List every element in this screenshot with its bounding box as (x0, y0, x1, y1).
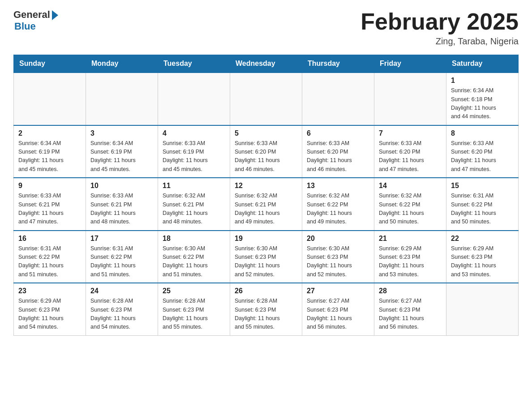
day-info: Sunrise: 6:28 AM Sunset: 6:23 PM Dayligh… (90, 297, 153, 332)
calendar-cell (302, 73, 374, 125)
day-info: Sunrise: 6:33 AM Sunset: 6:20 PM Dayligh… (235, 139, 297, 174)
day-number: 20 (307, 235, 369, 243)
day-info: Sunrise: 6:30 AM Sunset: 6:22 PM Dayligh… (163, 244, 225, 279)
day-number: 26 (235, 287, 297, 295)
day-header-saturday: Saturday (446, 55, 519, 73)
calendar-cell: 13Sunrise: 6:32 AM Sunset: 6:22 PM Dayli… (302, 178, 374, 231)
month-title: February 2025 (360, 9, 519, 34)
day-number: 2 (18, 129, 81, 137)
calendar-cell: 14Sunrise: 6:32 AM Sunset: 6:22 PM Dayli… (374, 178, 446, 231)
day-info: Sunrise: 6:31 AM Sunset: 6:22 PM Dayligh… (18, 244, 81, 279)
day-number: 3 (90, 129, 153, 137)
day-number: 11 (163, 182, 225, 190)
day-number: 9 (18, 182, 81, 190)
day-number: 6 (307, 129, 369, 137)
calendar-header-row: SundayMondayTuesdayWednesdayThursdayFrid… (14, 55, 519, 73)
day-number: 21 (379, 235, 442, 243)
calendar-cell: 6Sunrise: 6:33 AM Sunset: 6:20 PM Daylig… (302, 125, 374, 178)
calendar-cell: 26Sunrise: 6:28 AM Sunset: 6:23 PM Dayli… (230, 283, 302, 335)
day-number: 24 (90, 287, 153, 295)
calendar-week-row: 1Sunrise: 6:34 AM Sunset: 6:18 PM Daylig… (14, 73, 519, 125)
day-info: Sunrise: 6:34 AM Sunset: 6:19 PM Dayligh… (18, 139, 81, 174)
day-header-wednesday: Wednesday (230, 55, 302, 73)
day-number: 22 (451, 235, 514, 243)
calendar-cell: 7Sunrise: 6:33 AM Sunset: 6:20 PM Daylig… (374, 125, 446, 178)
day-info: Sunrise: 6:33 AM Sunset: 6:20 PM Dayligh… (307, 139, 369, 174)
day-info: Sunrise: 6:34 AM Sunset: 6:18 PM Dayligh… (451, 86, 514, 121)
day-info: Sunrise: 6:27 AM Sunset: 6:23 PM Dayligh… (307, 297, 369, 332)
logo: General Blue (13, 9, 58, 32)
day-number: 5 (235, 129, 297, 137)
calendar-cell (158, 73, 230, 125)
page-header: General Blue February 2025 Zing, Taraba,… (13, 9, 519, 47)
calendar-cell: 5Sunrise: 6:33 AM Sunset: 6:20 PM Daylig… (230, 125, 302, 178)
day-number: 27 (307, 287, 369, 295)
day-number: 13 (307, 182, 369, 190)
calendar-week-row: 2Sunrise: 6:34 AM Sunset: 6:19 PM Daylig… (14, 125, 519, 178)
day-number: 4 (163, 129, 225, 137)
day-info: Sunrise: 6:29 AM Sunset: 6:23 PM Dayligh… (18, 297, 81, 332)
calendar-cell (446, 283, 519, 335)
day-header-thursday: Thursday (302, 55, 374, 73)
day-info: Sunrise: 6:33 AM Sunset: 6:21 PM Dayligh… (18, 192, 81, 227)
logo-arrow-icon (52, 10, 58, 20)
day-number: 19 (235, 235, 297, 243)
day-number: 18 (163, 235, 225, 243)
day-number: 7 (379, 129, 442, 137)
calendar-cell: 25Sunrise: 6:28 AM Sunset: 6:23 PM Dayli… (158, 283, 230, 335)
calendar-cell: 17Sunrise: 6:31 AM Sunset: 6:22 PM Dayli… (86, 231, 158, 283)
day-info: Sunrise: 6:32 AM Sunset: 6:22 PM Dayligh… (379, 192, 442, 227)
calendar-cell: 15Sunrise: 6:31 AM Sunset: 6:22 PM Dayli… (446, 178, 519, 231)
day-info: Sunrise: 6:30 AM Sunset: 6:23 PM Dayligh… (235, 244, 297, 279)
calendar-week-row: 23Sunrise: 6:29 AM Sunset: 6:23 PM Dayli… (14, 283, 519, 335)
day-number: 8 (451, 129, 514, 137)
day-info: Sunrise: 6:32 AM Sunset: 6:22 PM Dayligh… (307, 192, 369, 227)
logo-general-text: General (13, 9, 50, 21)
day-header-tuesday: Tuesday (158, 55, 230, 73)
day-info: Sunrise: 6:30 AM Sunset: 6:23 PM Dayligh… (307, 244, 369, 279)
calendar-week-row: 16Sunrise: 6:31 AM Sunset: 6:22 PM Dayli… (14, 231, 519, 283)
calendar-cell (374, 73, 446, 125)
day-info: Sunrise: 6:32 AM Sunset: 6:21 PM Dayligh… (163, 192, 225, 227)
calendar-cell: 22Sunrise: 6:29 AM Sunset: 6:23 PM Dayli… (446, 231, 519, 283)
day-info: Sunrise: 6:31 AM Sunset: 6:22 PM Dayligh… (90, 244, 153, 279)
day-info: Sunrise: 6:28 AM Sunset: 6:23 PM Dayligh… (235, 297, 297, 332)
day-info: Sunrise: 6:32 AM Sunset: 6:21 PM Dayligh… (235, 192, 297, 227)
calendar-week-row: 9Sunrise: 6:33 AM Sunset: 6:21 PM Daylig… (14, 178, 519, 231)
day-number: 1 (451, 77, 514, 85)
day-number: 28 (379, 287, 442, 295)
day-number: 15 (451, 182, 514, 190)
calendar-cell: 18Sunrise: 6:30 AM Sunset: 6:22 PM Dayli… (158, 231, 230, 283)
day-info: Sunrise: 6:29 AM Sunset: 6:23 PM Dayligh… (451, 244, 514, 279)
calendar-cell (86, 73, 158, 125)
calendar-cell: 27Sunrise: 6:27 AM Sunset: 6:23 PM Dayli… (302, 283, 374, 335)
calendar-cell: 11Sunrise: 6:32 AM Sunset: 6:21 PM Dayli… (158, 178, 230, 231)
location-subtitle: Zing, Taraba, Nigeria (360, 36, 519, 47)
calendar-cell: 8Sunrise: 6:33 AM Sunset: 6:20 PM Daylig… (446, 125, 519, 178)
day-info: Sunrise: 6:31 AM Sunset: 6:22 PM Dayligh… (451, 192, 514, 227)
day-number: 25 (163, 287, 225, 295)
day-info: Sunrise: 6:33 AM Sunset: 6:19 PM Dayligh… (163, 139, 225, 174)
day-info: Sunrise: 6:33 AM Sunset: 6:21 PM Dayligh… (90, 192, 153, 227)
day-info: Sunrise: 6:27 AM Sunset: 6:23 PM Dayligh… (379, 297, 442, 332)
calendar-cell: 1Sunrise: 6:34 AM Sunset: 6:18 PM Daylig… (446, 73, 519, 125)
calendar-cell: 2Sunrise: 6:34 AM Sunset: 6:19 PM Daylig… (14, 125, 86, 178)
calendar-cell: 10Sunrise: 6:33 AM Sunset: 6:21 PM Dayli… (86, 178, 158, 231)
logo-blue-text: Blue (14, 21, 36, 32)
calendar-cell: 9Sunrise: 6:33 AM Sunset: 6:21 PM Daylig… (14, 178, 86, 231)
day-info: Sunrise: 6:33 AM Sunset: 6:20 PM Dayligh… (379, 139, 442, 174)
day-header-sunday: Sunday (14, 55, 86, 73)
day-header-friday: Friday (374, 55, 446, 73)
day-info: Sunrise: 6:29 AM Sunset: 6:23 PM Dayligh… (379, 244, 442, 279)
day-number: 17 (90, 235, 153, 243)
calendar-cell: 16Sunrise: 6:31 AM Sunset: 6:22 PM Dayli… (14, 231, 86, 283)
day-info: Sunrise: 6:33 AM Sunset: 6:20 PM Dayligh… (451, 139, 514, 174)
day-number: 23 (18, 287, 81, 295)
title-section: February 2025 Zing, Taraba, Nigeria (360, 9, 519, 47)
calendar-cell: 12Sunrise: 6:32 AM Sunset: 6:21 PM Dayli… (230, 178, 302, 231)
calendar-cell: 24Sunrise: 6:28 AM Sunset: 6:23 PM Dayli… (86, 283, 158, 335)
calendar-cell: 19Sunrise: 6:30 AM Sunset: 6:23 PM Dayli… (230, 231, 302, 283)
day-number: 12 (235, 182, 297, 190)
calendar-cell: 20Sunrise: 6:30 AM Sunset: 6:23 PM Dayli… (302, 231, 374, 283)
day-info: Sunrise: 6:28 AM Sunset: 6:23 PM Dayligh… (163, 297, 225, 332)
